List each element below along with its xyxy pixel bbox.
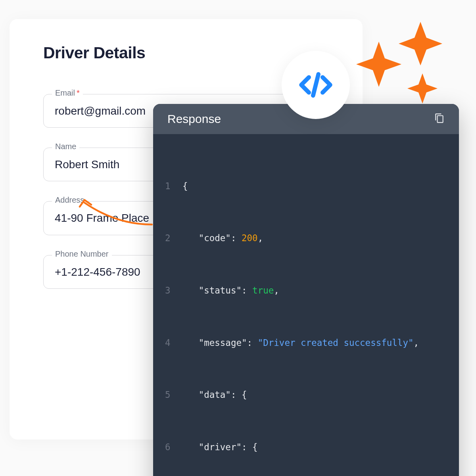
form-title: Driver Details <box>43 44 329 62</box>
code-badge-icon <box>282 51 350 119</box>
code-token: "driver" <box>199 442 242 452</box>
code-token: "data" <box>199 390 231 400</box>
arrow-icon <box>77 197 156 230</box>
email-label: Email * <box>52 88 83 98</box>
code-token: { <box>182 181 188 191</box>
code-token: "code" <box>199 233 231 243</box>
code-token: "Driver created successfully" <box>258 338 414 348</box>
name-label-text: Name <box>55 142 76 151</box>
line-number: 1 <box>165 178 182 195</box>
line-number: 5 <box>165 386 182 404</box>
line-number: 3 <box>165 282 182 299</box>
email-label-text: Email <box>55 88 75 98</box>
response-title: Response <box>167 112 221 126</box>
code-token: "status" <box>199 285 242 296</box>
code-line: 6 "driver": { <box>165 439 447 456</box>
code-line: 1{ <box>165 178 447 195</box>
required-asterisk: * <box>77 88 80 98</box>
code-line: 3 "status": true, <box>165 282 447 299</box>
name-label: Name <box>52 142 79 151</box>
code-token: true <box>252 285 274 296</box>
code-token: 200 <box>242 233 258 243</box>
code-line: 5 "data": { <box>165 386 447 404</box>
copy-icon[interactable] <box>434 113 445 125</box>
code-token: "message" <box>199 338 247 348</box>
response-panel: Response 1{ 2 "code": 200, 3 "status": t… <box>153 104 459 476</box>
line-number: 4 <box>165 334 182 352</box>
line-number: 2 <box>165 230 182 247</box>
response-body: 1{ 2 "code": 200, 3 "status": true, 4 "m… <box>153 134 459 476</box>
line-number: 6 <box>165 439 182 456</box>
phone-label-text: Phone Number <box>55 250 109 259</box>
code-line: 2 "code": 200, <box>165 230 447 247</box>
code-line: 4 "message": "Driver created successfull… <box>165 334 447 352</box>
sparkles-icon <box>353 18 456 111</box>
phone-label: Phone Number <box>52 250 112 259</box>
